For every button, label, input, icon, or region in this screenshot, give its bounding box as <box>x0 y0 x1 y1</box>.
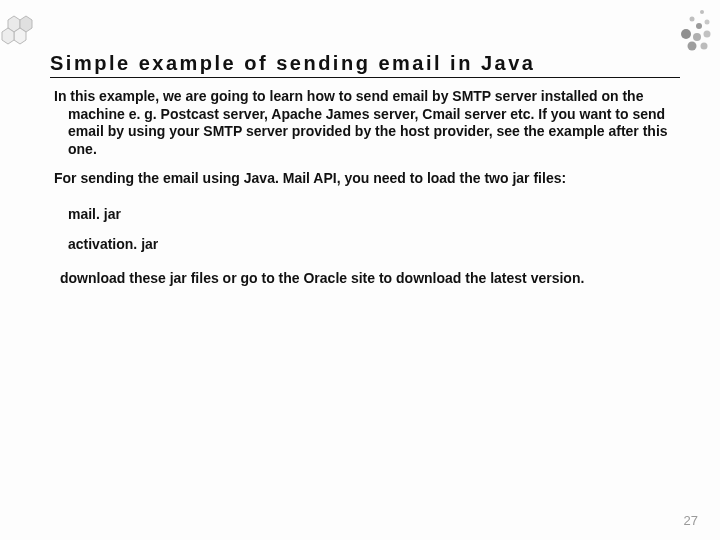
svg-point-4 <box>700 10 704 14</box>
api-requirement-line: For sending the email using Java. Mail A… <box>50 170 680 188</box>
svg-point-5 <box>690 17 695 22</box>
svg-point-8 <box>681 29 691 39</box>
svg-point-7 <box>705 20 710 25</box>
intro-paragraph: In this example, we are going to learn h… <box>64 88 680 158</box>
svg-point-9 <box>693 33 701 41</box>
svg-point-6 <box>696 23 702 29</box>
page-number: 27 <box>684 513 698 528</box>
svg-point-11 <box>688 42 697 51</box>
page-title: Simple example of sending email in Java <box>50 52 680 78</box>
svg-marker-3 <box>2 28 14 44</box>
svg-point-10 <box>704 31 711 38</box>
dot-decoration-right <box>660 4 714 54</box>
hex-decoration-left <box>0 6 60 51</box>
download-instruction: download these jar files or go to the Or… <box>60 270 680 286</box>
jar-file-1: mail. jar <box>68 206 680 222</box>
jar-file-2: activation. jar <box>68 236 680 252</box>
slide-content: Simple example of sending email in Java … <box>50 52 680 286</box>
svg-marker-2 <box>14 28 26 44</box>
svg-point-12 <box>701 43 708 50</box>
